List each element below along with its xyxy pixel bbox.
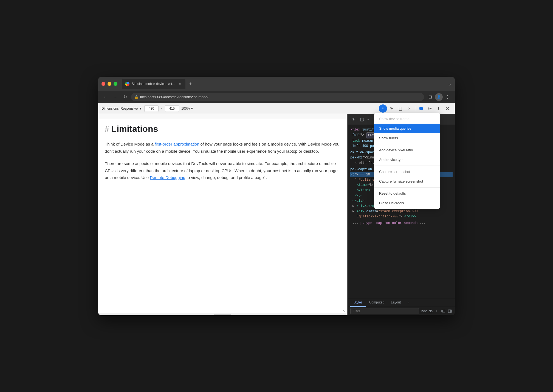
capture-full-screenshot-item[interactable]: Capture full size screenshot xyxy=(374,177,440,186)
svg-rect-11 xyxy=(363,119,364,121)
add-style-rule-button[interactable]: + xyxy=(434,308,439,314)
inspect-element-button[interactable] xyxy=(350,116,357,123)
add-device-type-label: Add device type xyxy=(379,158,405,162)
menu-divider-2 xyxy=(374,166,440,166)
reload-button[interactable]: ↻ xyxy=(121,93,129,101)
devtools-bottom-bar: Styles Computed Layout » :hov .cls + xyxy=(348,298,455,315)
url-text: localhost:8080/docs/devtools/device-mode… xyxy=(140,95,208,99)
code-line: lq:stack-excntion-700"> </div> xyxy=(350,214,453,219)
filter-actions: :hov .cls + xyxy=(421,308,453,314)
height-input[interactable] xyxy=(165,105,179,112)
traffic-lights xyxy=(101,82,117,86)
show-rulers-label: Show rulers xyxy=(379,136,398,140)
title-bar: Simulate mobile devices with D × + ⌄ xyxy=(98,77,455,91)
window-toggle-button[interactable]: ⊡ xyxy=(426,93,434,101)
toolbar-separator xyxy=(415,106,415,111)
capture-full-screenshot-label: Capture full size screenshot xyxy=(379,179,423,183)
styles-tabs: Styles Computed Layout » xyxy=(348,298,455,307)
paragraph-1: Think of Device Mode as a first-order ap… xyxy=(105,141,340,155)
zoom-select[interactable]: 100% ▼ xyxy=(181,107,194,110)
tab-computed[interactable]: Computed xyxy=(366,299,388,307)
kebab-menu-button[interactable] xyxy=(435,104,443,113)
close-devtools-item[interactable]: Close DevTools xyxy=(374,198,440,208)
styles-filter-input[interactable] xyxy=(350,308,419,314)
svg-rect-5 xyxy=(419,107,423,110)
show-device-frame-item[interactable]: Show device frame xyxy=(374,114,440,124)
svg-point-9 xyxy=(438,109,439,110)
settings-button[interactable] xyxy=(426,104,434,113)
maximize-window-button[interactable] xyxy=(114,82,117,86)
devtools-close-button[interactable] xyxy=(443,104,452,113)
kebab-icon xyxy=(436,106,441,111)
reset-defaults-label: Reset to defaults xyxy=(379,191,406,195)
svg-point-0 xyxy=(383,107,383,107)
browser-more-button[interactable]: ⋮ xyxy=(444,93,452,101)
svg-point-6 xyxy=(429,108,431,109)
url-lock-icon: 🔒 xyxy=(134,95,139,99)
new-tab-button[interactable]: + xyxy=(187,80,194,88)
tab-overflow-indicator[interactable]: » xyxy=(367,118,369,121)
more-devtools-button[interactable] xyxy=(405,104,413,113)
width-input[interactable] xyxy=(144,105,159,112)
first-order-link[interactable]: first-order approximation xyxy=(155,142,199,146)
heading-hash: # xyxy=(105,125,109,133)
close-window-button[interactable] xyxy=(101,82,105,86)
cursor-mode-button[interactable] xyxy=(388,104,396,113)
capture-screenshot-item[interactable]: Capture screenshot xyxy=(374,167,440,177)
device-icon xyxy=(398,106,403,111)
viewport-resize-handle[interactable]: ⤡ xyxy=(343,309,346,313)
horizontal-scrollbar[interactable] xyxy=(98,313,347,315)
code-line-ellipsis: ... p.type--caption.color-seconda ... xyxy=(350,221,453,226)
menu-divider-1 xyxy=(374,144,440,144)
capture-screenshot-label: Capture screenshot xyxy=(379,170,410,174)
url-bar[interactable]: 🔒 localhost:8080/docs/devtools/device-mo… xyxy=(131,93,424,101)
reset-defaults-item[interactable]: Reset to defaults xyxy=(374,189,440,198)
address-bar: ← → ↻ 🔒 localhost:8080/docs/devtools/dev… xyxy=(98,91,455,103)
dimensions-label: Dimensions: Responsive xyxy=(101,107,138,110)
page-content[interactable]: # Limitations Think of Device Mode as a … xyxy=(98,118,347,313)
toggle-sidebar-button[interactable] xyxy=(447,308,453,314)
chat-icon xyxy=(419,106,423,111)
forward-button[interactable]: → xyxy=(111,93,119,101)
show-rulers-item[interactable]: Show rulers xyxy=(374,133,440,143)
close-icon xyxy=(445,107,449,110)
svg-rect-14 xyxy=(448,310,452,313)
element-state-icon xyxy=(441,309,445,313)
inspect-icon xyxy=(352,118,356,121)
tab-bar-overflow[interactable]: ⌄ xyxy=(448,81,452,87)
svg-rect-12 xyxy=(442,310,445,312)
page-heading: # Limitations xyxy=(105,124,340,134)
hover-filter-button[interactable]: :hov xyxy=(421,308,426,314)
svg-point-7 xyxy=(438,107,439,107)
browser-window: Simulate mobile devices with D × + ⌄ ← →… xyxy=(98,77,455,315)
element-state-button[interactable] xyxy=(441,308,446,314)
minimize-window-button[interactable] xyxy=(108,82,111,86)
device-toolbar: Dimensions: Responsive ▼ × 100% ▼ xyxy=(98,103,455,114)
add-device-pixel-ratio-label: Add device pixel ratio xyxy=(379,148,413,152)
viewport: # Limitations Think of Device Mode as a … xyxy=(98,114,347,315)
device-mode-button[interactable] xyxy=(396,104,405,113)
back-button[interactable]: ← xyxy=(101,93,109,101)
add-device-pixel-ratio-item[interactable]: Add device pixel ratio xyxy=(374,145,440,155)
show-media-queries-item[interactable]: Show media queries xyxy=(374,124,440,133)
svg-point-8 xyxy=(438,108,439,109)
dimensions-arrow: ▼ xyxy=(139,107,142,110)
dimensions-select[interactable]: Dimensions: Responsive ▼ xyxy=(101,107,142,110)
profile-button[interactable]: 👤 xyxy=(435,93,443,101)
add-device-type-item[interactable]: Add device type xyxy=(374,155,440,164)
tab-more[interactable]: » xyxy=(404,299,413,307)
chat-button[interactable] xyxy=(417,104,425,113)
cls-filter-button[interactable]: .cls xyxy=(427,308,433,314)
tab-layout[interactable]: Layout xyxy=(388,299,404,307)
tab-close-button[interactable]: × xyxy=(178,82,182,86)
tab-styles[interactable]: Styles xyxy=(350,299,366,307)
dimension-separator: × xyxy=(161,107,163,110)
browser-tab[interactable]: Simulate mobile devices with D × xyxy=(122,79,185,89)
device-toolbar-toggle[interactable] xyxy=(359,116,366,123)
remote-debugging-link[interactable]: Remote Debugging xyxy=(150,175,185,180)
gear-icon xyxy=(428,106,432,111)
close-devtools-label: Close DevTools xyxy=(379,201,404,205)
three-dot-active-button[interactable] xyxy=(379,104,387,113)
sidebar-toggle-icon xyxy=(448,309,452,313)
zoom-arrow: ▼ xyxy=(190,107,194,110)
